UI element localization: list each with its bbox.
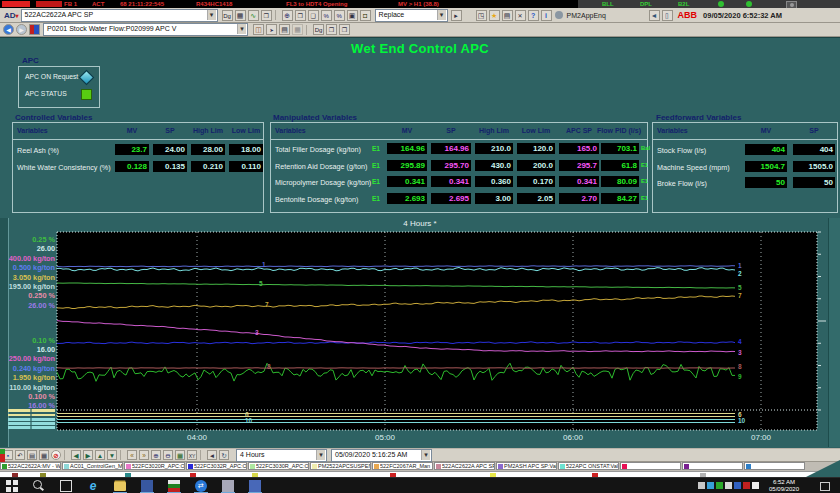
mv-value[interactable]: 0.128	[115, 161, 149, 172]
jump-forward-icon[interactable]	[139, 450, 149, 460]
pin-icon[interactable]	[266, 24, 277, 35]
abb-app-icon[interactable]	[168, 480, 180, 492]
refresh-icon[interactable]	[219, 450, 229, 460]
apcsp-value[interactable]: 0.341	[559, 176, 599, 187]
new-window-icon[interactable]	[308, 10, 319, 21]
internet-explorer-icon[interactable]: e	[87, 480, 99, 492]
hi-value[interactable]: 0.210	[191, 161, 225, 172]
device-icon[interactable]	[662, 10, 673, 21]
stop-icon[interactable]	[51, 450, 61, 460]
grid-icon[interactable]	[292, 24, 303, 35]
tray-shield-icon[interactable]	[743, 482, 750, 489]
lo-value[interactable]: 200.0	[517, 160, 555, 171]
chart-mode-icon[interactable]	[175, 450, 185, 460]
mv-value[interactable]: 50	[745, 177, 787, 188]
legend-pen-cell[interactable]: 522FC3030R_APC:O	[248, 462, 309, 470]
tray-chevron-icon[interactable]	[698, 482, 705, 489]
time-range-combo[interactable]: 4 Hours	[236, 449, 327, 462]
hi-value[interactable]: 3.00	[475, 193, 513, 204]
tray-display-icon[interactable]	[725, 482, 732, 489]
legend-pen-cell[interactable]	[620, 462, 681, 470]
hi-value[interactable]: 0.360	[475, 176, 513, 187]
apcsp-value[interactable]: 295.7	[559, 160, 599, 171]
search-icon[interactable]	[33, 480, 42, 489]
tray-app-icon[interactable]	[734, 482, 741, 489]
object-icon[interactable]	[253, 24, 264, 35]
start-icon[interactable]	[6, 480, 18, 492]
sp-value[interactable]: 0.341	[431, 176, 471, 187]
legend-pen-cell[interactable]: 522FC2067AR_Man	[372, 462, 433, 470]
remote-app-icon[interactable]	[249, 480, 261, 492]
alarm-color-block[interactable]	[2, 1, 30, 7]
export-icon[interactable]	[39, 450, 49, 460]
print-icon[interactable]	[502, 10, 513, 21]
link-icon[interactable]	[321, 10, 332, 21]
sp-value[interactable]: 0.135	[153, 161, 187, 172]
pan-left-icon[interactable]	[71, 450, 81, 460]
sp-value[interactable]: 2.695	[431, 193, 471, 204]
dg-icon[interactable]	[222, 10, 233, 21]
jump-back-icon[interactable]	[127, 450, 137, 460]
displays-icon[interactable]	[235, 10, 246, 21]
mv-value[interactable]: 295.89	[387, 160, 427, 171]
sound-icon[interactable]	[207, 450, 217, 460]
lo-value[interactable]: 0.170	[517, 176, 555, 187]
sp-value[interactable]: 295.70	[431, 160, 471, 171]
sp-value[interactable]: 404	[793, 144, 835, 155]
mv-value[interactable]: 2.693	[387, 193, 427, 204]
dg2-icon[interactable]	[313, 24, 324, 35]
alarm-message[interactable]: ACT	[92, 0, 104, 8]
apcsp-value[interactable]: 2.70	[559, 193, 599, 204]
alarm-message[interactable]: FL3 to HDT4 Opening	[286, 0, 347, 8]
zoom-out-icon[interactable]	[163, 450, 173, 460]
window-icon[interactable]	[261, 10, 272, 21]
print-icon[interactable]	[279, 24, 290, 35]
pan-up-icon[interactable]	[95, 450, 105, 460]
trend-plot-area[interactable]	[57, 232, 817, 430]
mv-value[interactable]: 1504.7	[745, 161, 787, 172]
legend-pen-cell[interactable]: PM2522APCSUSPEN	[310, 462, 371, 470]
trend-datetime-field[interactable]: 05/09/2020 5:16:25 AM	[331, 449, 432, 462]
help-icon[interactable]	[528, 10, 539, 21]
legend-pen-cell[interactable]: 522FC3020R_APC:O	[124, 462, 185, 470]
tray-audio-icon[interactable]	[752, 482, 759, 489]
info-icon[interactable]	[541, 10, 552, 21]
legend-pen-cell[interactable]: 522FC3032R_APC:O	[186, 462, 247, 470]
clipboard-icon[interactable]	[347, 10, 358, 21]
replace-mode-combo[interactable]: Replace	[375, 9, 448, 22]
apc-status-indicator[interactable]	[81, 89, 92, 100]
task-view-icon[interactable]	[60, 480, 72, 492]
alarm-message[interactable]: MV > H1 (38.8)	[398, 0, 439, 8]
undo-icon[interactable]	[15, 450, 25, 460]
lo-value[interactable]: 0.110	[229, 161, 263, 172]
lock-icon[interactable]	[360, 10, 371, 21]
apc-on-request-indicator[interactable]	[79, 70, 95, 86]
mv-value[interactable]: 404	[745, 144, 787, 155]
lo-value[interactable]: 18.00	[229, 144, 263, 155]
system-app-icon[interactable]	[222, 480, 234, 492]
back-icon[interactable]	[3, 24, 14, 35]
zoom-in-icon[interactable]	[151, 450, 161, 460]
hi-value[interactable]: 430.0	[475, 160, 513, 171]
legend-pen-cell[interactable]	[682, 462, 743, 470]
hi-value[interactable]: 210.0	[475, 143, 513, 154]
trend-chart[interactable]: 1125577433988661010	[0, 218, 840, 447]
control-app-icon[interactable]	[141, 480, 153, 492]
sp-value[interactable]: 24.00	[153, 144, 187, 155]
flow-value[interactable]: 703.1	[601, 143, 639, 154]
tray-status-icon[interactable]	[716, 482, 723, 489]
legend-pen-cell[interactable]: PM2ASH APC SP:Val	[496, 462, 557, 470]
lo-value[interactable]: 120.0	[517, 143, 555, 154]
application-logo[interactable]: AD▾	[4, 11, 19, 20]
mv-value[interactable]: 164.96	[387, 143, 427, 154]
find-icon[interactable]	[282, 10, 293, 21]
legend-pen-cell[interactable]: 522AC2622A APC SP	[434, 462, 495, 470]
xy-mode-icon[interactable]	[187, 450, 197, 460]
notification-center-icon[interactable]	[820, 482, 830, 491]
alarm-message[interactable]: FB 1	[64, 0, 77, 8]
pan-down-icon[interactable]	[107, 450, 117, 460]
legend-pen-cell[interactable]: 522AC2622A:MV - W	[0, 462, 61, 470]
trend-icon[interactable]	[248, 10, 259, 21]
link2-icon[interactable]	[334, 10, 345, 21]
legend-pen-cell[interactable]: AC01_ControlGen_M	[62, 462, 123, 470]
